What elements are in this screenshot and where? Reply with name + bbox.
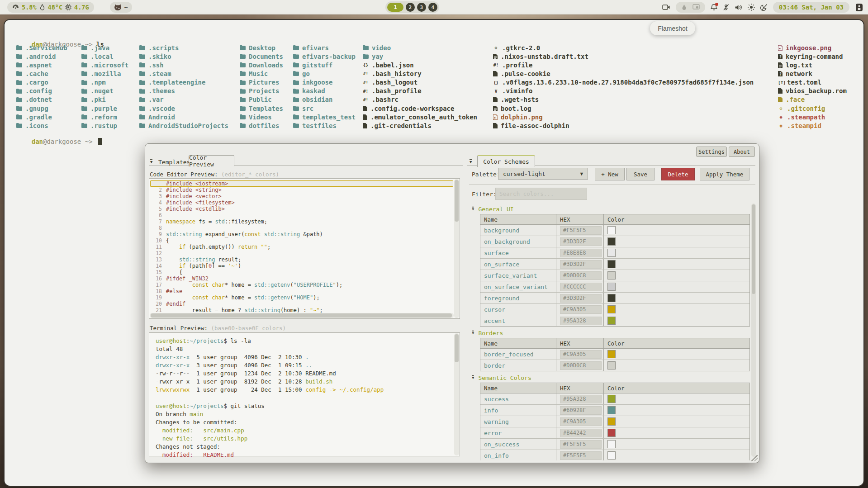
table-row[interactable]: error#B44242 bbox=[480, 427, 749, 439]
color-swatch[interactable] bbox=[607, 406, 616, 414]
color-swatch[interactable] bbox=[607, 249, 616, 257]
workspace-3[interactable]: 3 bbox=[417, 3, 426, 12]
code-vertical-scrollbar[interactable] bbox=[454, 179, 459, 318]
delete-button[interactable]: Delete bbox=[661, 168, 695, 180]
screen-record-icon[interactable] bbox=[662, 4, 670, 10]
hex-value-field[interactable]: #C9A305 bbox=[560, 417, 602, 426]
save-button[interactable]: Save bbox=[626, 168, 655, 180]
color-swatch[interactable] bbox=[607, 429, 616, 437]
color-swatch[interactable] bbox=[607, 226, 616, 234]
shell-prompt-line-2[interactable]: dan@darkgoose ~> bbox=[16, 131, 102, 152]
color-swatch[interactable] bbox=[607, 237, 616, 246]
clock-widget[interactable]: 03:46 Sat, Jan 03 bbox=[773, 2, 849, 13]
notifications-bell-icon[interactable] bbox=[711, 4, 717, 11]
hex-value-field[interactable]: #C9A305 bbox=[560, 305, 602, 314]
color-swatch[interactable] bbox=[607, 395, 616, 403]
file-entry: efivars-backup bbox=[293, 52, 356, 61]
code-hscroll-thumb[interactable] bbox=[151, 313, 452, 317]
color-swatch[interactable] bbox=[607, 271, 616, 280]
hex-value-field[interactable]: #D0D0C8 bbox=[560, 271, 602, 280]
collapse-templates-icon[interactable]: ▼ bbox=[150, 159, 152, 164]
tab-color-schemes[interactable]: Color Schemes bbox=[477, 155, 535, 167]
workspace-2[interactable]: 2 bbox=[406, 3, 415, 12]
terminal-vertical-scrollbar[interactable] bbox=[454, 333, 459, 455]
color-swatch[interactable] bbox=[607, 417, 616, 426]
pane-vertical-scrollbar[interactable] bbox=[751, 204, 756, 457]
hex-value-field[interactable]: #3D3D2F bbox=[560, 237, 602, 246]
tab-templates[interactable]: Templates bbox=[158, 159, 190, 166]
page-icon bbox=[363, 114, 367, 120]
color-swatch[interactable] bbox=[607, 440, 616, 448]
hex-value-field[interactable]: #F5F5F5 bbox=[560, 440, 602, 449]
hex-value-field[interactable]: #3D3D2F bbox=[560, 294, 602, 303]
hex-value-field[interactable]: #E8E8E8 bbox=[560, 249, 602, 257]
hex-value-field[interactable]: #95A328 bbox=[560, 317, 602, 325]
table-header-row: NameHEXColor bbox=[480, 338, 749, 349]
hex-value-field[interactable]: #B44242 bbox=[560, 429, 602, 437]
tray-app-icon[interactable] bbox=[855, 3, 863, 12]
color-swatch[interactable] bbox=[607, 361, 616, 370]
table-row[interactable]: background#F5F5F5 bbox=[480, 225, 749, 236]
table-row[interactable]: info#60928F bbox=[480, 405, 749, 416]
table-row[interactable]: on_info#F5F5F5 bbox=[480, 450, 749, 460]
night-light-off-icon[interactable] bbox=[760, 4, 768, 11]
workspace-4[interactable]: 4 bbox=[428, 3, 437, 12]
table-row[interactable]: border#D0D0C8 bbox=[480, 360, 749, 371]
terminal-vscroll-thumb[interactable] bbox=[455, 334, 459, 362]
collapse-color-schemes-icon[interactable]: ▼ bbox=[470, 159, 472, 164]
collapse-section-icon[interactable]: ▼ bbox=[472, 207, 474, 211]
table-row[interactable]: cursor#C9A305 bbox=[480, 304, 749, 315]
color-swatch[interactable] bbox=[607, 305, 616, 313]
color-swatch[interactable] bbox=[607, 350, 616, 358]
hex-value-field[interactable]: #3D3D2F bbox=[560, 260, 602, 269]
table-row[interactable]: border_focused#C9A305 bbox=[480, 349, 749, 360]
hex-value-field[interactable]: #D0D0C8 bbox=[560, 361, 602, 370]
filter-input[interactable] bbox=[495, 188, 587, 200]
table-row[interactable]: surface#E8E8E8 bbox=[480, 247, 749, 259]
hex-value-field[interactable]: #60928F bbox=[560, 406, 602, 415]
color-swatch[interactable] bbox=[607, 294, 616, 302]
apply-theme-button[interactable]: Apply Theme bbox=[700, 168, 749, 180]
code-vscroll-thumb[interactable] bbox=[455, 180, 459, 222]
table-row[interactable]: on_surface#3D3D2F bbox=[480, 259, 749, 270]
hex-value-field[interactable]: #C9A305 bbox=[560, 350, 602, 359]
disabled-tools-pill[interactable] bbox=[676, 2, 705, 13]
tab-color-preview[interactable]: Color Preview bbox=[189, 155, 234, 166]
color-swatch[interactable] bbox=[607, 451, 616, 460]
volume-icon[interactable] bbox=[735, 4, 742, 11]
new-palette-button[interactable]: + New bbox=[595, 168, 625, 180]
about-button[interactable]: About bbox=[729, 147, 755, 157]
pane-vscroll-thumb[interactable] bbox=[752, 204, 755, 294]
hex-value-field[interactable]: #CCCCCC bbox=[560, 283, 602, 291]
table-row[interactable]: success#95A328 bbox=[480, 393, 749, 405]
table-row[interactable]: accent#95A328 bbox=[480, 315, 749, 326]
hex-value-field[interactable]: #F5F5F5 bbox=[560, 226, 602, 235]
hex-value-field[interactable]: #F5F5F5 bbox=[560, 451, 602, 460]
table-row[interactable]: on_background#3D3D2F bbox=[480, 236, 749, 247]
table-row[interactable]: warning#C9A305 bbox=[480, 416, 749, 427]
collapse-section-icon[interactable]: ▼ bbox=[472, 375, 474, 380]
collapse-section-icon[interactable]: ▼ bbox=[472, 331, 474, 335]
table-row[interactable]: on_surface_variant#CCCCCC bbox=[480, 281, 749, 293]
bluetooth-off-icon[interactable] bbox=[723, 4, 729, 11]
resize-grip[interactable] bbox=[751, 455, 758, 461]
settings-button[interactable]: Settings bbox=[696, 147, 727, 157]
workspace-1-active[interactable]: 1 bbox=[387, 3, 403, 12]
color-swatch[interactable] bbox=[607, 317, 616, 325]
section-header[interactable]: ▼General UI bbox=[472, 205, 750, 213]
palette-select[interactable]: cursed-light ▼ bbox=[498, 168, 588, 180]
terminal-app-pill[interactable]: ~ bbox=[110, 2, 132, 13]
code-horizontal-scrollbar[interactable] bbox=[150, 313, 454, 318]
section-header[interactable]: ▼Borders bbox=[472, 329, 750, 336]
table-row[interactable]: on_success#F5F5F5 bbox=[480, 439, 749, 450]
color-swatch[interactable] bbox=[607, 260, 616, 268]
system-stats-pill[interactable]: 5.8% 48°C 4.7G bbox=[7, 2, 94, 13]
table-row[interactable]: surface_variant#D0D0C8 bbox=[480, 270, 749, 281]
color-swatch[interactable] bbox=[607, 283, 616, 291]
section-header[interactable]: ▼Semantic Colors bbox=[472, 374, 750, 381]
color-name: border bbox=[480, 360, 556, 371]
brightness-sun-icon[interactable] bbox=[748, 4, 755, 11]
color-cell bbox=[604, 304, 749, 315]
table-row[interactable]: foreground#3D3D2F bbox=[480, 293, 749, 304]
hex-value-field[interactable]: #95A328 bbox=[560, 395, 602, 403]
